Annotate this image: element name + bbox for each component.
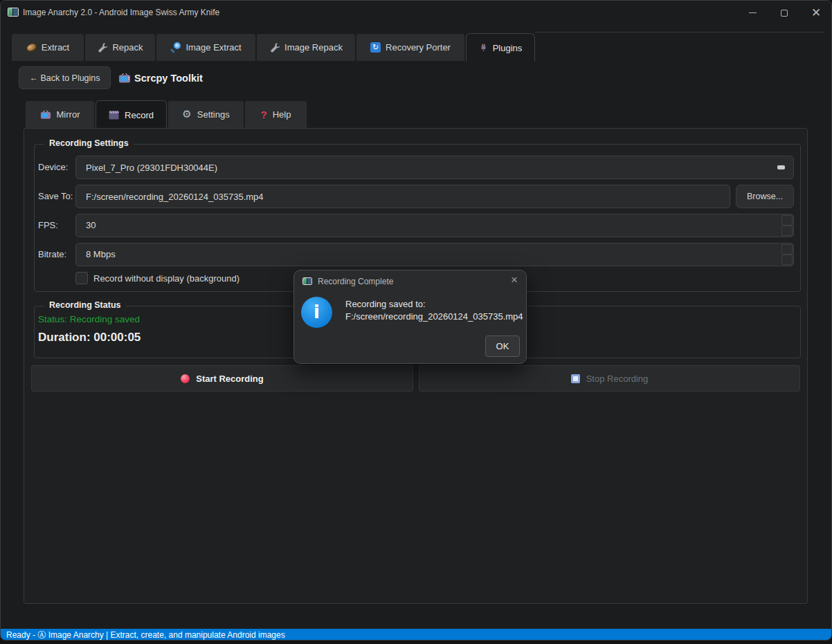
record-dot-icon [181, 374, 190, 383]
minimize-button[interactable] [736, 1, 768, 25]
save-to-input[interactable] [75, 185, 730, 208]
stop-recording-button[interactable]: Stop Recording [419, 365, 800, 392]
ok-button-label: OK [496, 341, 509, 351]
subtab-label: Help [273, 109, 291, 120]
status-text: Status: Recording saved [38, 314, 140, 324]
tv-icon [40, 110, 51, 120]
background-record-label: Record without display (background) [93, 273, 239, 284]
nut-icon [25, 42, 37, 53]
plug-icon [479, 44, 488, 53]
tab-extract[interactable]: Extract [12, 34, 84, 61]
device-value: Pixel_7_Pro (29301FDH30044E) [86, 163, 217, 173]
tab-label: Extract [42, 42, 69, 53]
app-window: Image Anarchy 2.0 - Android Image Swiss … [0, 0, 832, 641]
fps-value: 30 [86, 220, 96, 230]
device-label: Device: [38, 162, 68, 172]
device-select[interactable]: Pixel_7_Pro (29301FDH30044E) [75, 156, 794, 179]
dialog-message-line2: F:/screen/recording_20260124_035735.mp4 [345, 311, 523, 323]
ok-button[interactable]: OK [485, 335, 520, 357]
close-icon: ✕ [811, 7, 821, 19]
maximize-button[interactable] [768, 1, 800, 25]
status-bar: Ready - Ⓐ Image Anarchy | Extract, creat… [1, 629, 832, 641]
dialog-message: Recording saved to: F:/screen/recording_… [345, 298, 523, 322]
desktop-background: Image Anarchy 2.0 - Android Image Swiss … [0, 0, 832, 644]
stop-button-label: Stop Recording [586, 374, 649, 384]
bitrate-value: 8 Mbps [86, 249, 116, 259]
tabbar-divider [535, 32, 824, 33]
start-recording-button[interactable]: Start Recording [31, 365, 413, 392]
tv-icon [118, 73, 131, 86]
magnifier-icon [170, 42, 181, 53]
tab-label: Plugins [493, 43, 523, 53]
clapperboard-icon [109, 111, 119, 120]
browse-button[interactable]: Browse... [736, 185, 794, 208]
close-button[interactable]: ✕ [800, 1, 832, 25]
tab-recovery-porter[interactable]: ↻ Recovery Porter [356, 34, 464, 61]
browse-button-label: Browse... [747, 192, 783, 201]
tab-label: Image Extract [186, 42, 241, 53]
question-mark-icon: ? [261, 109, 267, 120]
subtab-label: Mirror [57, 109, 80, 120]
subtab-record[interactable]: Record [96, 100, 167, 129]
dialog-message-line1: Recording saved to: [345, 298, 523, 311]
fps-label: FPS: [38, 220, 58, 230]
plugin-title: Scrcpy Toolkit [134, 67, 203, 89]
dialog-title: Recording Complete [318, 277, 393, 286]
back-button-label: ← Back to Plugins [29, 73, 100, 83]
recovery-arrows-icon: ↻ [370, 42, 381, 53]
duration-text: Duration: 00:00:05 [38, 331, 141, 344]
bitrate-label: Bitrate: [38, 249, 66, 259]
gear-icon: ⚙ [182, 109, 191, 120]
tab-plugins[interactable]: Plugins [466, 33, 535, 62]
save-to-label: Save To: [38, 191, 73, 201]
dialog-app-icon [302, 277, 312, 285]
tab-repack[interactable]: Repack [85, 34, 155, 61]
background-record-checkbox[interactable] [75, 272, 88, 284]
subtab-label: Settings [197, 109, 230, 120]
subtab-settings[interactable]: ⚙ Settings [168, 101, 244, 128]
spin-up-button[interactable] [781, 244, 793, 255]
tab-label: Image Repack [284, 42, 343, 53]
subtab-help[interactable]: ? Help [245, 101, 307, 128]
wrench-icon [269, 42, 280, 53]
status-bar-text: Ready - Ⓐ Image Anarchy | Extract, creat… [1, 629, 832, 641]
tab-image-repack[interactable]: Image Repack [257, 34, 355, 61]
stop-square-icon [571, 374, 580, 383]
start-button-label: Start Recording [196, 374, 264, 384]
spin-down-button[interactable] [781, 226, 793, 236]
recording-complete-dialog: Recording Complete × i Recording saved t… [293, 270, 527, 364]
group-legend: Recording Status [44, 300, 126, 310]
app-logo-icon [8, 8, 19, 17]
subtab-label: Record [125, 110, 154, 120]
bitrate-spinbox[interactable]: 8 Mbps [75, 243, 794, 266]
tab-label: Recovery Porter [386, 42, 451, 53]
back-to-plugins-button[interactable]: ← Back to Plugins [19, 66, 111, 89]
spin-up-button[interactable] [781, 215, 793, 226]
info-icon: i [301, 297, 332, 328]
group-legend: Recording Settings [44, 138, 134, 148]
tab-label: Repack [112, 42, 143, 53]
maximize-icon [781, 10, 788, 17]
wrench-icon [97, 42, 107, 53]
minimize-icon [749, 12, 757, 14]
dropdown-indicator-icon [777, 165, 785, 169]
tab-image-extract[interactable]: Image Extract [156, 34, 255, 61]
spin-down-button[interactable] [781, 255, 793, 265]
dialog-close-icon[interactable]: × [511, 273, 518, 287]
window-title: Image Anarchy 2.0 - Android Image Swiss … [23, 1, 219, 25]
title-bar: Image Anarchy 2.0 - Android Image Swiss … [1, 1, 832, 25]
subtab-mirror[interactable]: Mirror [26, 101, 94, 128]
fps-spinbox[interactable]: 30 [75, 214, 794, 237]
